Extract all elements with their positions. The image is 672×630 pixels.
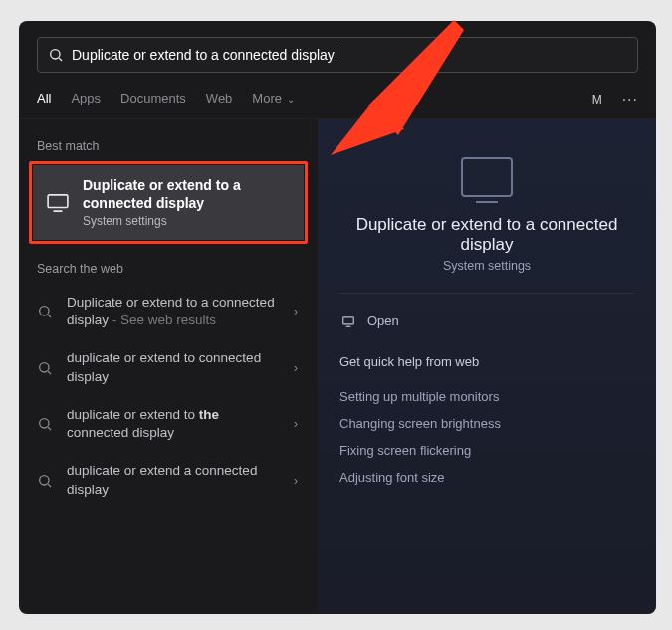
- divider: [339, 293, 634, 294]
- chevron-right-icon[interactable]: ›: [294, 305, 300, 318]
- tab-all[interactable]: All: [37, 91, 51, 109]
- web-result[interactable]: duplicate or extend to the connected dis…: [19, 396, 318, 452]
- search-web-heading: Search the web: [19, 252, 318, 284]
- svg-point-10: [40, 475, 49, 484]
- quick-help-link[interactable]: Fixing screen flickering: [339, 437, 634, 464]
- svg-point-4: [40, 307, 49, 315]
- results-column: Best match Duplicate or extend to a conn…: [19, 119, 318, 614]
- svg-point-0: [51, 50, 60, 59]
- search-icon: [37, 304, 53, 319]
- open-button[interactable]: Open: [339, 308, 634, 334]
- svg-point-6: [40, 362, 49, 371]
- preview-icon-wrap: [339, 157, 634, 197]
- svg-rect-12: [343, 316, 354, 323]
- quick-help-link[interactable]: Setting up multiple monitors: [339, 383, 634, 410]
- web-result-text: Duplicate or extend to a connected displ…: [67, 294, 280, 329]
- open-icon: [341, 315, 355, 328]
- best-match-result[interactable]: Duplicate or extend to a connected displ…: [33, 165, 304, 240]
- preview-pane: Duplicate or extend to a connected displ…: [318, 119, 656, 614]
- filter-tabs: All Apps Documents Web More ⌄ M ···: [19, 73, 656, 119]
- best-match-heading: Best match: [19, 129, 318, 161]
- web-result-text: duplicate or extend a connected display: [67, 462, 280, 498]
- tab-documents[interactable]: Documents: [120, 91, 186, 109]
- web-result-text: duplicate or extend to the connected dis…: [67, 406, 280, 442]
- tab-more[interactable]: More ⌄: [252, 91, 294, 109]
- tab-web[interactable]: Web: [206, 91, 233, 109]
- svg-line-5: [48, 315, 51, 317]
- search-icon: [37, 360, 53, 376]
- web-result[interactable]: Duplicate or extend to a connected displ…: [19, 284, 318, 339]
- more-options-button[interactable]: ···: [622, 91, 638, 108]
- web-result[interactable]: duplicate or extend a connected display …: [19, 452, 318, 508]
- tab-apps[interactable]: Apps: [71, 91, 101, 109]
- search-icon: [48, 47, 64, 63]
- search-input-container[interactable]: Duplicate or extend to a connected displ…: [37, 37, 638, 73]
- preview-title: Duplicate or extend to a connected displ…: [339, 215, 634, 255]
- start-search-panel: Duplicate or extend to a connected displ…: [19, 21, 656, 614]
- web-result-text: duplicate or extend to connected display: [67, 349, 280, 385]
- quick-help-heading: Get quick help from web: [339, 354, 634, 369]
- chevron-right-icon[interactable]: ›: [294, 417, 300, 431]
- open-label: Open: [367, 314, 399, 328]
- highlight-callout: Duplicate or extend to a connected displ…: [29, 161, 308, 244]
- monitor-icon: [461, 157, 513, 197]
- search-input-text[interactable]: Duplicate or extend to a connected displ…: [72, 47, 335, 63]
- text-cursor: [336, 47, 336, 63]
- chevron-right-icon[interactable]: ›: [294, 361, 300, 375]
- quick-help-link[interactable]: Changing screen brightness: [339, 410, 634, 437]
- quick-help-link[interactable]: Adjusting font size: [339, 464, 634, 491]
- chevron-down-icon: ⌄: [284, 94, 295, 105]
- web-result[interactable]: duplicate or extend to connected display…: [19, 339, 318, 395]
- svg-line-11: [48, 484, 51, 487]
- monitor-icon: [47, 194, 69, 212]
- svg-line-1: [59, 58, 62, 61]
- svg-rect-2: [48, 194, 68, 207]
- best-match-title: Duplicate or extend to a connected displ…: [83, 177, 290, 212]
- search-icon: [37, 416, 53, 432]
- svg-point-8: [40, 419, 49, 428]
- chevron-right-icon[interactable]: ›: [294, 474, 300, 488]
- search-icon: [37, 473, 53, 489]
- svg-line-7: [48, 371, 51, 374]
- preview-subtitle: System settings: [339, 259, 634, 273]
- svg-line-9: [48, 427, 51, 430]
- best-match-subtitle: System settings: [83, 214, 290, 228]
- account-avatar[interactable]: M: [586, 89, 608, 110]
